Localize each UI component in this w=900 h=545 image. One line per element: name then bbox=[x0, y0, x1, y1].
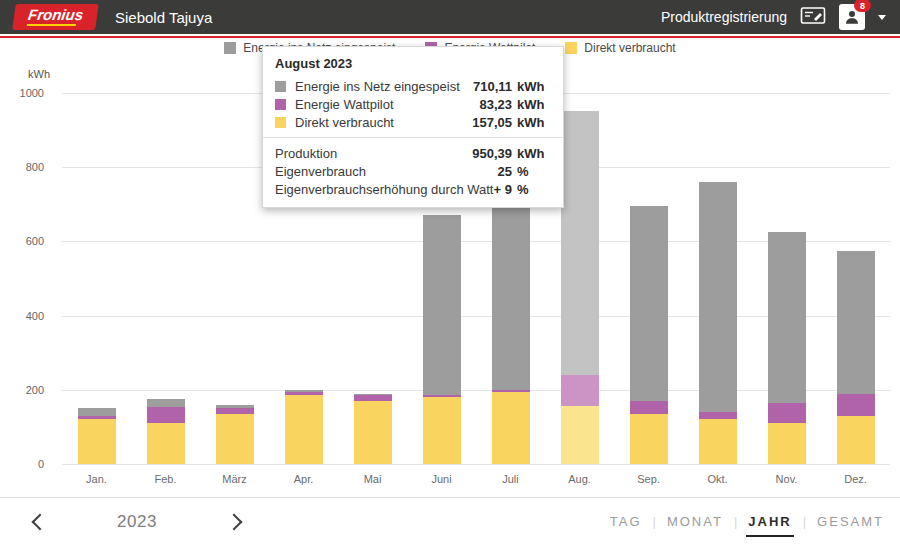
tooltip-summary-erhoehung: Eigenverbrauchserhöhung durch Wattpilot … bbox=[275, 181, 551, 198]
x-axis-label: Apr. bbox=[294, 473, 314, 485]
fronius-logo[interactable]: Fronius bbox=[12, 4, 99, 30]
legend-label: Direkt verbraucht bbox=[584, 41, 675, 55]
legend-item-direkt-verbraucht[interactable]: Direkt verbraucht bbox=[565, 41, 675, 55]
tab-separator: | bbox=[734, 514, 737, 529]
x-axis-label: Juni bbox=[431, 473, 451, 485]
bottom-bar: 2023 TAG | MONAT | JAHR | GESAMT bbox=[0, 497, 900, 545]
tooltip-row-value: 157,05 bbox=[472, 115, 512, 130]
bar-segment-energie-wattpilot[interactable] bbox=[216, 408, 254, 414]
y-axis-tick-label: 0 bbox=[38, 458, 44, 470]
tooltip-row-value: 710,11 bbox=[473, 79, 512, 94]
tab-jahr[interactable]: JAHR bbox=[746, 510, 793, 533]
bar-segment-energie-wattpilot[interactable] bbox=[78, 416, 116, 420]
product-registration-icon[interactable] bbox=[800, 6, 826, 28]
gridline bbox=[62, 464, 890, 465]
tooltip-row-label: Energie Wattpilot bbox=[295, 97, 479, 112]
y-axis-tick-label: 800 bbox=[26, 161, 44, 173]
y-axis-tick-label: 200 bbox=[26, 384, 44, 396]
bar-segment-direkt-verbraucht[interactable] bbox=[837, 416, 875, 464]
x-axis-label: Dez. bbox=[844, 473, 867, 485]
tooltip-row-label: Energie ins Netz eingespeist bbox=[295, 79, 473, 94]
bar-segment-energie-wattpilot[interactable] bbox=[285, 392, 323, 396]
legend-swatch-yellow bbox=[565, 42, 577, 54]
product-registration-link[interactable]: Produktregistrierung bbox=[661, 9, 787, 25]
bar-segment-energie-wattpilot[interactable] bbox=[147, 407, 185, 424]
next-year-button[interactable] bbox=[212, 498, 256, 545]
bar-segment-direkt-verbraucht[interactable] bbox=[423, 397, 461, 464]
bar-segment-netz-eingespeist[interactable] bbox=[492, 202, 530, 389]
tab-tag[interactable]: TAG bbox=[608, 510, 644, 533]
bar-segment-netz-eingespeist[interactable] bbox=[147, 399, 185, 406]
x-axis-label: März bbox=[222, 473, 246, 485]
x-axis-label: Juli bbox=[502, 473, 519, 485]
bar-segment-netz-eingespeist[interactable] bbox=[561, 111, 599, 374]
bar-segment-netz-eingespeist[interactable] bbox=[216, 405, 254, 409]
tooltip-row-unit: kWh bbox=[517, 97, 551, 112]
year-navigation: 2023 bbox=[18, 498, 256, 545]
user-account-button[interactable]: 8 bbox=[839, 4, 865, 30]
tooltip-summary-unit: % bbox=[517, 164, 551, 179]
bar-segment-energie-wattpilot[interactable] bbox=[768, 403, 806, 423]
bar-segment-netz-eingespeist[interactable] bbox=[354, 394, 392, 396]
period-tabs: TAG | MONAT | JAHR | GESAMT bbox=[608, 498, 886, 545]
bar-segment-direkt-verbraucht[interactable] bbox=[630, 414, 668, 464]
x-axis-label: Okt. bbox=[707, 473, 727, 485]
tab-gesamt[interactable]: GESAMT bbox=[815, 510, 886, 533]
tooltip-row-label: Direkt verbraucht bbox=[295, 115, 472, 130]
bar-segment-netz-eingespeist[interactable] bbox=[285, 390, 323, 392]
bar-segment-netz-eingespeist[interactable] bbox=[768, 232, 806, 403]
bar-segment-netz-eingespeist[interactable] bbox=[630, 206, 668, 401]
tooltip-summary-label: Produktion bbox=[275, 146, 472, 161]
chevron-right-icon bbox=[226, 513, 243, 530]
bar-segment-direkt-verbraucht[interactable] bbox=[354, 401, 392, 464]
gridline bbox=[62, 316, 890, 317]
bar-segment-netz-eingespeist[interactable] bbox=[699, 182, 737, 412]
tooltip-summary-label: Eigenverbrauch bbox=[275, 164, 498, 179]
bar-segment-direkt-verbraucht[interactable] bbox=[285, 395, 323, 464]
tooltip-row-direkt: Direkt verbraucht 157,05 kWh bbox=[275, 114, 551, 131]
tooltip-swatch-purple bbox=[275, 99, 286, 110]
bar-segment-direkt-verbraucht[interactable] bbox=[561, 406, 599, 464]
accent-bar bbox=[0, 36, 900, 38]
bar-segment-energie-wattpilot[interactable] bbox=[630, 401, 668, 414]
tooltip-summary-unit: kWh bbox=[517, 146, 551, 161]
x-axis-label: Nov. bbox=[776, 473, 798, 485]
x-axis-label: Feb. bbox=[154, 473, 176, 485]
tab-monat[interactable]: MONAT bbox=[665, 510, 725, 533]
tooltip-title: August 2023 bbox=[275, 56, 551, 71]
previous-year-button[interactable] bbox=[18, 498, 62, 545]
bar-segment-direkt-verbraucht[interactable] bbox=[147, 423, 185, 464]
x-axis-label: Mai bbox=[364, 473, 382, 485]
bar-segment-direkt-verbraucht[interactable] bbox=[78, 419, 116, 464]
tooltip-swatch-gray bbox=[275, 81, 286, 92]
bar-segment-energie-wattpilot[interactable] bbox=[561, 375, 599, 406]
header-actions: Produktregistrierung 8 bbox=[661, 4, 886, 30]
bar-segment-energie-wattpilot[interactable] bbox=[354, 395, 392, 401]
bar-segment-energie-wattpilot[interactable] bbox=[423, 395, 461, 397]
brand-text: Fronius bbox=[27, 6, 84, 23]
bar-segment-netz-eingespeist[interactable] bbox=[78, 408, 116, 415]
tooltip-summary-eigenverbrauch: Eigenverbrauch 25 % bbox=[275, 163, 551, 180]
tooltip-summary-unit: % bbox=[517, 182, 551, 197]
x-axis-label: Jan. bbox=[86, 473, 107, 485]
bar-segment-energie-wattpilot[interactable] bbox=[699, 412, 737, 419]
tab-separator: | bbox=[653, 514, 656, 529]
bar-segment-direkt-verbraucht[interactable] bbox=[699, 419, 737, 464]
tooltip-summary-value: 25 bbox=[498, 164, 512, 179]
tooltip-row-unit: kWh bbox=[517, 115, 551, 130]
x-axis-label: Sep. bbox=[637, 473, 660, 485]
bar-segment-direkt-verbraucht[interactable] bbox=[768, 423, 806, 464]
tooltip-divider bbox=[263, 137, 563, 138]
chevron-down-icon[interactable] bbox=[878, 15, 886, 20]
bar-segment-direkt-verbraucht[interactable] bbox=[216, 414, 254, 464]
bar-segment-energie-wattpilot[interactable] bbox=[837, 394, 875, 416]
x-axis: Jan.Feb.MärzApr.MaiJuniJuliAug.Sep.Okt.N… bbox=[62, 473, 890, 487]
notification-badge[interactable]: 8 bbox=[854, 0, 871, 12]
bar-segment-netz-eingespeist[interactable] bbox=[837, 251, 875, 394]
bar-segment-netz-eingespeist[interactable] bbox=[423, 215, 461, 395]
bar-segment-direkt-verbraucht[interactable] bbox=[492, 392, 530, 464]
chart-tooltip: August 2023 Energie ins Netz eingespeist… bbox=[262, 46, 564, 208]
bar-segment-energie-wattpilot[interactable] bbox=[492, 390, 530, 392]
system-name: Siebold Tajuya bbox=[115, 9, 212, 26]
tooltip-swatch-yellow bbox=[275, 117, 286, 128]
